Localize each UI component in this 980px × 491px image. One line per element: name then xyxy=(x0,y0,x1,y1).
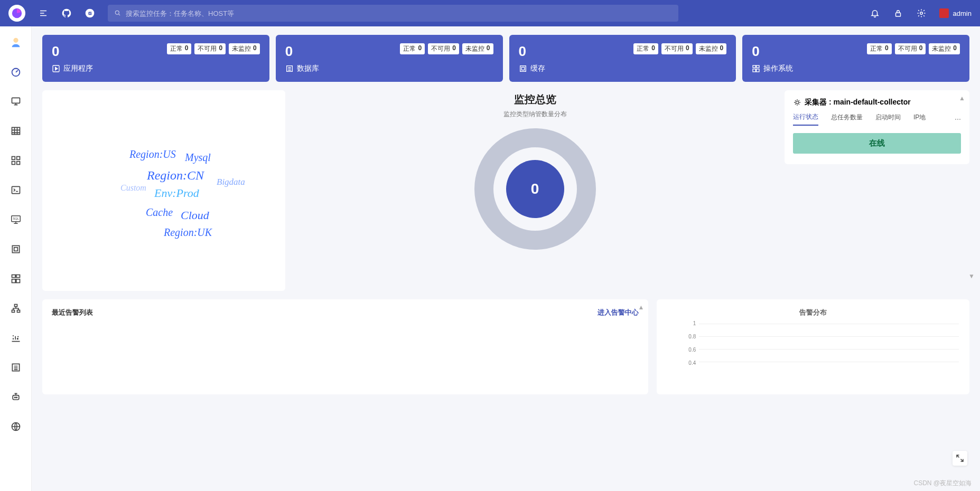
svg-rect-18 xyxy=(16,275,20,278)
overview-title: 监控总览 xyxy=(294,92,776,107)
lock-icon[interactable] xyxy=(893,8,903,18)
sidebar-item-monitor[interactable] xyxy=(8,94,23,109)
svg-rect-15 xyxy=(12,246,19,252)
collector-tab[interactable]: IP地 xyxy=(913,113,926,125)
sidebar-item-apps[interactable] xyxy=(8,153,23,168)
status-chip[interactable]: 正常 0 xyxy=(400,43,425,54)
status-chip[interactable]: 正常 0 xyxy=(633,43,658,54)
word-cloud-panel: Region:USMysqlRegion:CNBigdataCustomEnv:… xyxy=(42,90,285,291)
bell-icon[interactable] xyxy=(870,8,880,18)
stat-count: 0 xyxy=(285,43,293,60)
svg-rect-8 xyxy=(12,157,15,160)
wordcloud-word[interactable]: Region:US xyxy=(129,148,176,160)
overview-panel: 监控总览 监控类型纳管数量分布 0 xyxy=(294,90,776,291)
sidebar-item-sql[interactable]: SQL xyxy=(8,212,23,227)
svg-point-5 xyxy=(13,38,18,43)
status-chip[interactable]: 正常 0 xyxy=(867,43,892,54)
wordcloud-word[interactable]: Custom xyxy=(120,183,146,193)
main-content: 0 正常 0不可用 0未监控 0 应用程序 0 正常 0不可用 0未监控 0 数… xyxy=(32,26,980,491)
sidebar-item-dashboard[interactable] xyxy=(8,64,23,79)
collapse-up-icon[interactable]: ▲ xyxy=(959,95,965,102)
collector-tab[interactable]: 启动时间 xyxy=(875,113,901,125)
alert-distribution-panel: 告警分布 10.80.60.4 xyxy=(657,299,969,394)
status-chip[interactable]: 未监控 0 xyxy=(462,43,493,54)
sidebar-item-chart[interactable] xyxy=(8,331,23,345)
github-icon[interactable] xyxy=(61,8,72,18)
sidebar-item-list[interactable] xyxy=(8,360,23,375)
collector-icon xyxy=(793,98,801,107)
stats-row: 0 正常 0不可用 0未监控 0 应用程序 0 正常 0不可用 0未监控 0 数… xyxy=(42,35,969,82)
wordcloud-word[interactable]: Cloud xyxy=(181,209,209,222)
svg-rect-23 xyxy=(17,310,20,312)
stat-count: 0 xyxy=(752,43,759,60)
expand-icon[interactable] xyxy=(953,451,967,466)
stat-card[interactable]: 0 正常 0不可用 0未监控 0 操作系统 xyxy=(742,35,969,82)
stat-card[interactable]: 0 正常 0不可用 0未监控 0 应用程序 xyxy=(42,35,269,82)
wordcloud-word[interactable]: Cache xyxy=(146,206,173,219)
svg-rect-36 xyxy=(753,69,755,72)
alerts-link[interactable]: 进入告警中心 xyxy=(598,308,639,317)
alerts-title: 最近告警列表 xyxy=(52,308,93,317)
menu-collapse-icon[interactable] xyxy=(38,8,49,18)
status-chip[interactable]: 不可用 0 xyxy=(661,43,693,54)
app-logo[interactable] xyxy=(8,5,25,22)
svg-rect-33 xyxy=(521,67,524,70)
search-box[interactable] xyxy=(108,5,678,22)
status-chip[interactable]: 未监控 0 xyxy=(229,43,260,54)
svg-rect-20 xyxy=(16,279,20,283)
avatar xyxy=(939,8,949,18)
wordcloud-word[interactable]: Env:Prod xyxy=(154,186,199,200)
user-badge[interactable]: admin xyxy=(939,8,972,18)
svg-rect-10 xyxy=(12,162,15,165)
status-chip[interactable]: 不可用 0 xyxy=(194,43,226,54)
sidebar-item-user[interactable] xyxy=(8,35,23,50)
y-tick: 0.4 xyxy=(688,360,696,366)
overview-subtitle: 监控类型纳管数量分布 xyxy=(294,110,776,119)
collector-panel: ▲ 采集器 : main-default-collector 运行状态总任务数量… xyxy=(785,90,969,164)
status-chip[interactable]: 不可用 0 xyxy=(428,43,459,54)
watermark: CSDN @夜星空如海 xyxy=(913,479,972,488)
gear-icon[interactable] xyxy=(916,8,927,18)
alerts-collapse-icon[interactable]: ▲ xyxy=(638,304,644,311)
svg-rect-16 xyxy=(14,248,17,251)
status-chip[interactable]: 未监控 0 xyxy=(696,43,727,54)
sidebar-item-bot[interactable] xyxy=(8,390,23,404)
y-tick: 1 xyxy=(693,320,696,326)
stat-card[interactable]: 0 正常 0不可用 0未监控 0 缓存 xyxy=(509,35,736,82)
sidebar-item-globe[interactable] xyxy=(8,419,23,434)
svg-rect-34 xyxy=(753,65,755,68)
sidebar: SQL xyxy=(0,26,32,491)
y-tick: 0.6 xyxy=(688,347,696,353)
stat-card[interactable]: 0 正常 0不可用 0未监控 0 数据库 xyxy=(276,35,503,82)
donut-center-value: 0 xyxy=(506,160,564,218)
gitee-icon[interactable] xyxy=(85,8,95,18)
sidebar-item-grid[interactable] xyxy=(8,124,23,138)
stat-label: 数据库 xyxy=(285,64,493,73)
more-icon[interactable]: ⋯ xyxy=(955,116,961,123)
svg-rect-37 xyxy=(757,69,759,72)
wordcloud-word[interactable]: Mysql xyxy=(185,152,211,164)
status-chip[interactable]: 不可用 0 xyxy=(895,43,926,54)
wordcloud-word[interactable]: Region:CN xyxy=(147,168,204,183)
collector-tab[interactable]: 运行状态 xyxy=(793,112,818,126)
sidebar-item-layers[interactable] xyxy=(8,242,23,257)
wordcloud-word[interactable]: Region:UK xyxy=(164,226,212,239)
collector-tab[interactable]: 总任务数量 xyxy=(831,113,863,125)
status-chip[interactable]: 正常 0 xyxy=(167,43,192,54)
svg-point-28 xyxy=(16,397,17,398)
collapse-down-icon[interactable]: ▼ xyxy=(968,272,975,280)
svg-rect-9 xyxy=(16,157,20,160)
search-icon xyxy=(114,10,122,17)
sidebar-item-terminal[interactable] xyxy=(8,183,23,197)
status-chip[interactable]: 未监控 0 xyxy=(929,43,960,54)
svg-rect-19 xyxy=(12,279,15,283)
recent-alerts-panel: ▲ 最近告警列表 进入告警中心 xyxy=(42,299,648,394)
svg-point-4 xyxy=(920,12,922,15)
sidebar-item-tree[interactable] xyxy=(8,301,23,316)
collector-tabs: 运行状态总任务数量启动时间IP地⋯ xyxy=(793,112,961,126)
search-input[interactable] xyxy=(126,10,672,17)
sidebar-item-widgets[interactable] xyxy=(8,271,23,286)
svg-rect-7 xyxy=(12,98,20,103)
wordcloud-word[interactable]: Bigdata xyxy=(217,177,245,187)
svg-text:SQL: SQL xyxy=(13,217,18,220)
